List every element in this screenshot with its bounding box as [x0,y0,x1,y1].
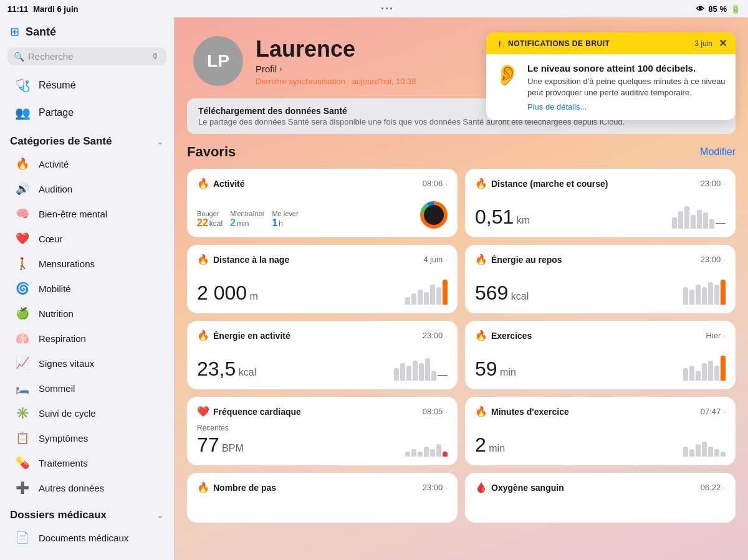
sidebar-item-partage[interactable]: 👥 Partage [4,99,170,126]
card-freq-icon: ❤️ [197,406,209,417]
sidebar-item-autres[interactable]: ➕ Autres données [4,475,170,500]
card-title-row: 🔥 Minutes d'exercice [475,406,569,417]
sidebar-item-documents[interactable]: 📄 Documents médicaux [4,525,170,550]
card-pas-icon: 🔥 [197,482,209,493]
sidebar-item-suivi-cycle[interactable]: ✳️ Suivi de cycle [4,401,170,425]
notification-link[interactable]: Plus de détails... [527,102,727,112]
card-values: 23,5 kcal [197,358,256,381]
sidebar-item-resume[interactable]: 🩺 Résumé [4,72,170,99]
bar [683,447,688,457]
card-activite[interactable]: 🔥 Activité 08:06 › Bouger [187,169,458,237]
card-energie-activite[interactable]: 🔥 Énergie en activité 23:00 › 23,5 kcal [187,321,458,389]
card-repos-title: Énergie au repos [491,255,562,265]
sidebar-item-mobilite[interactable]: 🌀 Mobilité [4,276,170,301]
bar-highlight [721,356,726,381]
card-distance-marche[interactable]: 🔥 Distance (marche et course) 23:00 › 0,… [465,169,736,237]
cat-label: Autres données [39,483,104,493]
cat-label: Signes vitaux [39,358,94,369]
cat-label: Audition [39,184,72,194]
card-exerc-title: Exercices [491,331,532,341]
sidebar-item-audition[interactable]: 🔊 Audition [4,176,170,201]
sidebar-item-bien-etre[interactable]: 🧠 Bien-être mental [4,201,170,226]
status-right: 👁 85 % 🔋 [696,4,741,14]
sidebar-title: Santé [26,26,56,39]
card-activ-title: Énergie en activité [213,331,290,341]
card-frequence[interactable]: ❤️ Fréquence cardiaque 08:05 › Récentes … [187,397,458,465]
cat-label: Respiration [39,333,86,344]
sidebar-item-coeur[interactable]: ❤️ Cœur [4,226,170,251]
sub-bouger-label: Bouger [197,210,223,217]
card-chart [683,353,726,381]
sub-entrainer-value: 2 [230,217,236,229]
activite-icon: 🔥 [14,157,31,171]
profile-link[interactable]: Profil › [256,64,416,74]
card-repos-time: 23:00 › [701,255,726,264]
card-oxy-title: Oxygène sanguin [491,483,564,493]
card-dist-title: Distance (marche et course) [491,179,608,189]
mensurations-icon: 🚶 [14,257,31,270]
card-unit: min [489,443,505,453]
dossiers-title: Dossiers médicaux [10,509,107,521]
card-repos-body: 569 kcal [475,277,726,305]
bar [721,452,726,457]
card-header: 🔥 Distance à la nage 4 juin › [197,254,448,265]
bar [696,371,701,381]
modifier-button[interactable]: Modifier [700,146,736,158]
card-title-row: 🔥 Activité [197,178,245,189]
card-chart: — [672,201,726,229]
card-exerc-time: Hier › [706,331,726,340]
bar-highlight [721,280,726,305]
sidebar-item-respiration[interactable]: 🫁 Respiration [4,326,170,351]
card-pas-time: 23:00 › [423,483,448,492]
card-min-title: Minutes d'exercice [491,407,569,417]
card-nage-body: 2 000 m [197,277,448,305]
card-freq-title: Fréquence cardiaque [213,407,301,417]
card-header: 🔥 Nombre de pas 23:00 › [197,482,448,493]
card-main-value: 2 000 [197,282,247,304]
card-freq-body: Récentes 77 BPM [197,424,448,457]
chevron-icon: › [723,180,726,187]
card-exercices[interactable]: 🔥 Exercices Hier › 59 min [465,321,736,389]
card-nombre-pas[interactable]: 🔥 Nombre de pas 23:00 › [187,473,458,523]
card-oxygene[interactable]: 🩸 Oxygène sanguin 06:22 › [465,473,736,523]
dossiers-section-header[interactable]: Dossiers médicaux ⌄ [0,500,174,525]
card-energie-repos[interactable]: 🔥 Énergie au repos 23:00 › 569 kcal [465,245,736,313]
card-header: 🔥 Énergie au repos 23:00 › [475,254,726,265]
card-minutes-exercice[interactable]: 🔥 Minutes d'exercice 07:47 › 2 min [465,397,736,465]
search-input[interactable] [28,51,148,62]
sidebar-item-nutrition[interactable]: 🍏 Nutrition [4,301,170,326]
battery-percent: 85 % [708,4,727,14]
card-activite-time: 08:06 › [423,179,448,188]
mobilite-icon: 🌀 [14,282,31,295]
card-activ-time: 23:00 › [423,331,448,340]
card-nage-title: Distance à la nage [213,255,289,265]
sidebar-item-mensurations[interactable]: 🚶 Mensurations [4,251,170,276]
notification-title: NOTIFICATIONS DE BRUIT [508,39,610,48]
categories-section-header[interactable]: Catégories de Santé ⌄ [0,126,174,151]
bar [702,287,707,305]
profile-sync: Dernière synchronisation : aujourd'hui, … [256,77,416,86]
avatar: LP [193,36,243,86]
close-icon[interactable]: ✕ [719,37,727,49]
card-distance-nage[interactable]: 🔥 Distance à la nage 4 juin › 2 000 m [187,245,458,313]
sidebar-item-sommeil[interactable]: 🛏️ Sommeil [4,376,170,401]
sidebar-item-signes[interactable]: 📈 Signes vitaux [4,351,170,376]
card-unit: m [250,291,258,301]
sidebar-search-container[interactable]: 🔍 🎙 [7,47,166,65]
card-activ-icon: 🔥 [197,330,209,341]
sidebar-item-symptomes[interactable]: 📋 Symptômes [4,425,170,450]
mic-icon[interactable]: 🎙 [151,52,160,62]
sidebar-toggle-icon[interactable]: ⊞ [10,25,19,39]
profile-header: LP Laurence Profil › Dernière synchronis… [175,17,748,98]
bar [689,366,694,381]
card-oxy-icon: 🩸 [475,482,487,493]
card-chart: — [394,353,448,381]
card-dist-body: 0,51 km — [475,201,726,229]
sidebar-item-traitements[interactable]: 💊 Traitements [4,450,170,475]
card-recentes: Récentes [197,424,244,432]
card-chart [405,429,448,457]
notification-header: ⚠️ NOTIFICATIONS DE BRUIT 3 juin ✕ [486,32,736,54]
ear-icon: 👂 [495,63,520,112]
bar [697,210,702,229]
sidebar-item-activite[interactable]: 🔥 Activité [4,151,170,176]
